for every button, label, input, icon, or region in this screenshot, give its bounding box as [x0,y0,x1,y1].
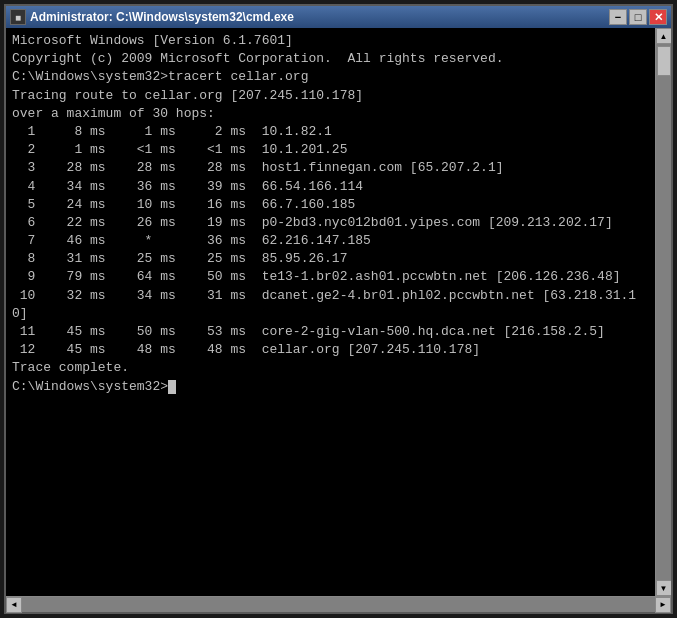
title-bar-left: ■ Administrator: C:\Windows\system32\cmd… [10,9,294,25]
vertical-scrollbar[interactable]: ▲ ▼ [655,28,671,596]
window-controls: − □ ✕ [609,9,667,25]
title-bar: ■ Administrator: C:\Windows\system32\cmd… [6,6,671,28]
horizontal-scrollbar[interactable]: ◄ ► [6,596,671,612]
horizontal-scroll-track[interactable] [22,597,655,612]
minimize-button[interactable]: − [609,9,627,25]
terminal-output[interactable]: Microsoft Windows [Version 6.1.7601]Copy… [6,28,655,596]
content-area: Microsoft Windows [Version 6.1.7601]Copy… [6,28,671,596]
scroll-track[interactable] [656,44,671,580]
scroll-right-arrow[interactable]: ► [655,597,671,613]
scroll-down-arrow[interactable]: ▼ [656,580,672,596]
scroll-thumb[interactable] [657,46,671,76]
window-title: Administrator: C:\Windows\system32\cmd.e… [30,10,294,24]
maximize-button[interactable]: □ [629,9,647,25]
close-button[interactable]: ✕ [649,9,667,25]
scroll-up-arrow[interactable]: ▲ [656,28,672,44]
scroll-left-arrow[interactable]: ◄ [6,597,22,613]
cmd-window: ■ Administrator: C:\Windows\system32\cmd… [4,4,673,614]
cmd-icon: ■ [10,9,26,25]
